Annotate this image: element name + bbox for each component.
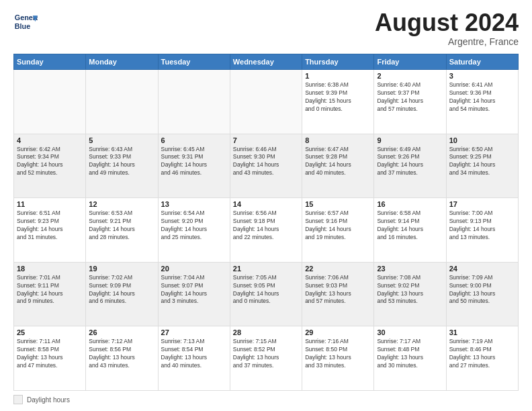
legend-box xyxy=(13,395,23,404)
table-row xyxy=(158,70,230,134)
table-row: 27Sunrise: 7:13 AM Sunset: 8:54 PM Dayli… xyxy=(158,326,230,391)
day-info: Sunrise: 6:58 AM Sunset: 9:14 PM Dayligh… xyxy=(377,210,443,242)
col-saturday: Saturday xyxy=(446,54,518,70)
table-row: 8Sunrise: 6:47 AM Sunset: 9:28 PM Daylig… xyxy=(302,134,374,198)
table-row: 18Sunrise: 7:01 AM Sunset: 9:11 PM Dayli… xyxy=(14,262,86,326)
table-row: 23Sunrise: 7:08 AM Sunset: 9:02 PM Dayli… xyxy=(374,262,446,326)
day-number: 8 xyxy=(305,136,371,144)
day-number: 29 xyxy=(305,328,371,336)
table-row: 19Sunrise: 7:02 AM Sunset: 9:09 PM Dayli… xyxy=(86,262,158,326)
day-info: Sunrise: 7:08 AM Sunset: 9:02 PM Dayligh… xyxy=(377,274,443,306)
calendar-week-row: 4Sunrise: 6:42 AM Sunset: 9:34 PM Daylig… xyxy=(14,134,519,198)
table-row: 20Sunrise: 7:04 AM Sunset: 9:07 PM Dayli… xyxy=(158,262,230,326)
day-info: Sunrise: 6:53 AM Sunset: 9:21 PM Dayligh… xyxy=(89,210,154,242)
table-row: 7Sunrise: 6:46 AM Sunset: 9:30 PM Daylig… xyxy=(230,134,302,198)
day-info: Sunrise: 7:04 AM Sunset: 9:07 PM Dayligh… xyxy=(161,274,227,306)
table-row: 2Sunrise: 6:40 AM Sunset: 9:37 PM Daylig… xyxy=(374,70,446,134)
table-row: 25Sunrise: 7:11 AM Sunset: 8:58 PM Dayli… xyxy=(14,326,86,391)
table-row: 22Sunrise: 7:06 AM Sunset: 9:03 PM Dayli… xyxy=(302,262,374,326)
day-number: 10 xyxy=(449,136,515,144)
day-info: Sunrise: 6:47 AM Sunset: 9:28 PM Dayligh… xyxy=(305,146,371,178)
table-row: 3Sunrise: 6:41 AM Sunset: 9:36 PM Daylig… xyxy=(446,70,518,134)
day-number: 21 xyxy=(233,265,299,273)
table-row: 16Sunrise: 6:58 AM Sunset: 9:14 PM Dayli… xyxy=(374,198,446,263)
day-number: 31 xyxy=(449,328,515,336)
day-number: 14 xyxy=(233,200,299,208)
day-number: 25 xyxy=(17,328,83,336)
day-number: 1 xyxy=(305,72,371,80)
day-info: Sunrise: 6:54 AM Sunset: 9:20 PM Dayligh… xyxy=(161,210,227,242)
day-number: 28 xyxy=(233,328,299,336)
calendar-week-row: 1Sunrise: 6:38 AM Sunset: 9:39 PM Daylig… xyxy=(14,70,519,134)
subtitle: Argentre, France xyxy=(375,36,519,47)
day-info: Sunrise: 6:56 AM Sunset: 9:18 PM Dayligh… xyxy=(233,210,299,242)
day-info: Sunrise: 7:12 AM Sunset: 8:56 PM Dayligh… xyxy=(89,338,154,370)
table-row: 12Sunrise: 6:53 AM Sunset: 9:21 PM Dayli… xyxy=(86,198,158,263)
col-thursday: Thursday xyxy=(302,54,374,70)
day-number: 5 xyxy=(89,136,154,144)
table-row xyxy=(14,70,86,134)
col-monday: Monday xyxy=(86,54,158,70)
day-info: Sunrise: 6:42 AM Sunset: 9:34 PM Dayligh… xyxy=(17,146,83,178)
day-number: 16 xyxy=(377,200,443,208)
table-row: 24Sunrise: 7:09 AM Sunset: 9:00 PM Dayli… xyxy=(446,262,518,326)
calendar-week-row: 25Sunrise: 7:11 AM Sunset: 8:58 PM Dayli… xyxy=(14,326,519,391)
day-info: Sunrise: 7:01 AM Sunset: 9:11 PM Dayligh… xyxy=(17,274,83,306)
header: General Blue August 2024 Argentre, Franc… xyxy=(13,11,519,47)
col-tuesday: Tuesday xyxy=(158,54,230,70)
table-row: 26Sunrise: 7:12 AM Sunset: 8:56 PM Dayli… xyxy=(86,326,158,391)
day-number: 24 xyxy=(449,265,515,273)
day-info: Sunrise: 7:16 AM Sunset: 8:50 PM Dayligh… xyxy=(305,338,371,370)
table-row: 5Sunrise: 6:43 AM Sunset: 9:33 PM Daylig… xyxy=(86,134,158,198)
day-number: 12 xyxy=(89,200,154,208)
day-number: 17 xyxy=(449,200,515,208)
day-info: Sunrise: 7:15 AM Sunset: 8:52 PM Dayligh… xyxy=(233,338,299,370)
calendar-header-row: Sunday Monday Tuesday Wednesday Thursday… xyxy=(14,54,519,70)
table-row: 4Sunrise: 6:42 AM Sunset: 9:34 PM Daylig… xyxy=(14,134,86,198)
day-number: 13 xyxy=(161,200,227,208)
day-number: 9 xyxy=(377,136,443,144)
table-row: 30Sunrise: 7:17 AM Sunset: 8:48 PM Dayli… xyxy=(374,326,446,391)
col-sunday: Sunday xyxy=(14,54,86,70)
logo-icon: General Blue xyxy=(13,11,38,35)
col-wednesday: Wednesday xyxy=(230,54,302,70)
day-info: Sunrise: 6:38 AM Sunset: 9:39 PM Dayligh… xyxy=(305,81,371,113)
day-number: 20 xyxy=(161,265,227,273)
month-title: August 2024 xyxy=(375,11,519,35)
day-number: 18 xyxy=(17,265,83,273)
day-info: Sunrise: 7:19 AM Sunset: 8:46 PM Dayligh… xyxy=(449,338,515,370)
day-number: 3 xyxy=(449,72,515,80)
day-number: 2 xyxy=(377,72,443,80)
table-row: 29Sunrise: 7:16 AM Sunset: 8:50 PM Dayli… xyxy=(302,326,374,391)
table-row: 6Sunrise: 6:45 AM Sunset: 9:31 PM Daylig… xyxy=(158,134,230,198)
calendar-week-row: 11Sunrise: 6:51 AM Sunset: 9:23 PM Dayli… xyxy=(14,198,519,263)
day-number: 19 xyxy=(89,265,154,273)
day-info: Sunrise: 7:05 AM Sunset: 9:05 PM Dayligh… xyxy=(233,274,299,306)
table-row: 14Sunrise: 6:56 AM Sunset: 9:18 PM Dayli… xyxy=(230,198,302,263)
day-info: Sunrise: 7:11 AM Sunset: 8:58 PM Dayligh… xyxy=(17,338,83,370)
table-row: 9Sunrise: 6:49 AM Sunset: 9:26 PM Daylig… xyxy=(374,134,446,198)
table-row: 21Sunrise: 7:05 AM Sunset: 9:05 PM Dayli… xyxy=(230,262,302,326)
day-info: Sunrise: 6:46 AM Sunset: 9:30 PM Dayligh… xyxy=(233,146,299,178)
day-info: Sunrise: 6:43 AM Sunset: 9:33 PM Dayligh… xyxy=(89,146,154,178)
day-number: 7 xyxy=(233,136,299,144)
table-row: 13Sunrise: 6:54 AM Sunset: 9:20 PM Dayli… xyxy=(158,198,230,263)
svg-text:Blue: Blue xyxy=(15,22,30,30)
day-info: Sunrise: 6:50 AM Sunset: 9:25 PM Dayligh… xyxy=(449,146,515,178)
day-info: Sunrise: 6:45 AM Sunset: 9:31 PM Dayligh… xyxy=(161,146,227,178)
day-info: Sunrise: 7:17 AM Sunset: 8:48 PM Dayligh… xyxy=(377,338,443,370)
legend: Daylight hours xyxy=(13,395,519,404)
day-info: Sunrise: 7:06 AM Sunset: 9:03 PM Dayligh… xyxy=(305,274,371,306)
day-number: 11 xyxy=(17,200,83,208)
day-number: 22 xyxy=(305,265,371,273)
day-info: Sunrise: 7:00 AM Sunset: 9:13 PM Dayligh… xyxy=(449,210,515,242)
title-section: August 2024 Argentre, France xyxy=(375,11,519,47)
day-info: Sunrise: 6:41 AM Sunset: 9:36 PM Dayligh… xyxy=(449,81,515,113)
table-row: 17Sunrise: 7:00 AM Sunset: 9:13 PM Dayli… xyxy=(446,198,518,263)
table-row: 11Sunrise: 6:51 AM Sunset: 9:23 PM Dayli… xyxy=(14,198,86,263)
day-info: Sunrise: 6:40 AM Sunset: 9:37 PM Dayligh… xyxy=(377,81,443,113)
day-number: 15 xyxy=(305,200,371,208)
day-number: 23 xyxy=(377,265,443,273)
day-number: 30 xyxy=(377,328,443,336)
day-number: 26 xyxy=(89,328,154,336)
